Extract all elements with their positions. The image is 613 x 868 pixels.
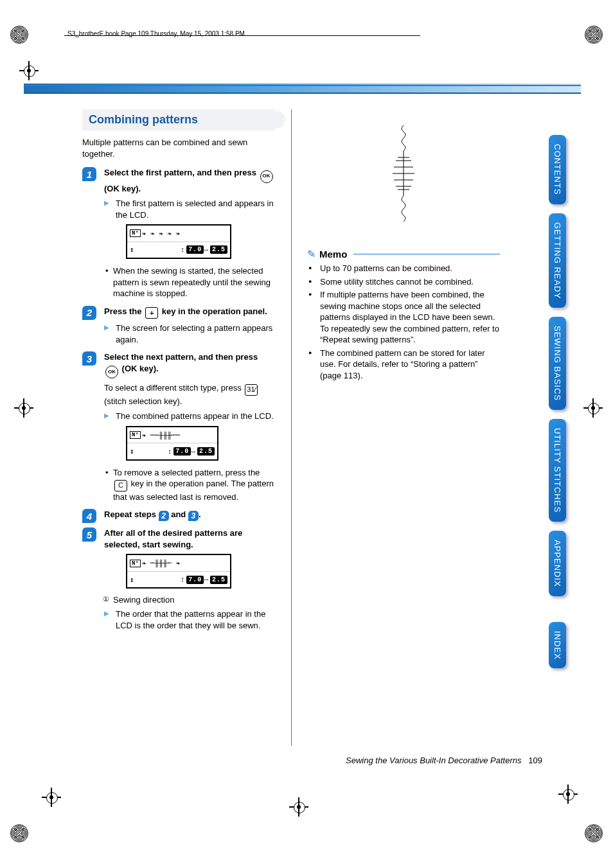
tab-getting-ready[interactable]: GETTING READY bbox=[549, 213, 566, 308]
step-1: 1 Select the first pattern, and then pre… bbox=[82, 167, 275, 299]
print-reg-top-left bbox=[10, 26, 28, 44]
cross-reg-right bbox=[583, 398, 603, 418]
lcd-badge: N° bbox=[130, 431, 141, 439]
intro-text: Multiple patterns can be combined and se… bbox=[82, 137, 275, 159]
tab-utility-stitches[interactable]: UTILITY STITCHES bbox=[549, 419, 566, 522]
step-1-head: Select the first pattern, and then press… bbox=[104, 167, 275, 194]
step-3-head-b: (OK key). bbox=[120, 364, 159, 373]
lcd-needle-icon: ⇕ bbox=[130, 576, 134, 584]
pattern-illustration bbox=[387, 122, 420, 226]
lcd-3: N° ❧ ┉╫╫╫┉ ❧ ⇕↕7.0 ↔2.5 bbox=[126, 554, 231, 589]
header-filestamp: S3_brotherE.book Page 109 Thursday, May … bbox=[67, 30, 245, 37]
memo-list: Up to 70 patterns can be combined. Some … bbox=[307, 263, 500, 381]
side-tabs: CONTENTS GETTING READY SEWING BASICS UTI… bbox=[549, 135, 574, 677]
tab-sewing-basics[interactable]: SEWING BASICS bbox=[549, 317, 566, 410]
lcd-val-2: 2.5 bbox=[210, 245, 227, 254]
memo-item: If multiple patterns have been combined,… bbox=[317, 289, 500, 346]
cross-reg-right-bottom bbox=[558, 784, 578, 804]
step-3-number: 3 bbox=[82, 351, 96, 366]
cross-reg-left-bottom bbox=[42, 788, 61, 807]
step-1-sub: The first pattern is selected and appear… bbox=[104, 198, 275, 220]
plus-key-icon: + bbox=[145, 307, 158, 319]
tab-contents[interactable]: CONTENTS bbox=[549, 135, 566, 204]
step-3-note-a: To select a different stitch type, press bbox=[104, 383, 244, 393]
step-2-head: Press the + key in the operation panel. bbox=[104, 306, 275, 319]
tab-appendix[interactable]: APPENDIX bbox=[549, 531, 566, 596]
step-2-sub: The screen for selecting a pattern appea… bbox=[104, 323, 275, 345]
step-3: 3 Select the next pattern, and then pres… bbox=[82, 351, 275, 502]
lcd-pattern-icons: ❧ ❧ ❧ ❧ ❧ bbox=[142, 229, 181, 238]
step-5-head: After all of the desired patterns are se… bbox=[104, 527, 275, 550]
cross-reg-left-mid bbox=[14, 398, 33, 418]
page-footer: Sewing the Various Built-In Decorative P… bbox=[0, 756, 542, 765]
step-4-number: 4 bbox=[82, 509, 96, 523]
lcd-pattern-icons: ❧ ┉╫╫╫┉ ❧ bbox=[142, 559, 181, 567]
step-3-head-a: Select the next pattern, and then press bbox=[104, 352, 258, 362]
memo-box: ✎ Memo Up to 70 patterns can be combined… bbox=[307, 245, 500, 381]
lcd-val-2: 2.5 bbox=[197, 447, 215, 456]
lcd-needle-icon: ⇕ bbox=[130, 447, 134, 456]
left-column: Combining patterns Multiple patterns can… bbox=[82, 109, 281, 740]
print-reg-bottom-right bbox=[585, 824, 603, 842]
column-divider bbox=[291, 109, 292, 746]
memo-title: Memo bbox=[319, 249, 347, 260]
step-3-note-b: (stitch selection key). bbox=[104, 396, 182, 406]
step-4: 4 Repeat steps 2 and 3. bbox=[82, 509, 275, 521]
print-reg-top-right bbox=[585, 26, 603, 44]
step-5: 5 After all of the desired patterns are … bbox=[82, 527, 275, 631]
lcd-val-1: 7.0 bbox=[186, 245, 204, 254]
lcd-val-1: 7.0 bbox=[173, 447, 191, 456]
lcd-needle-icon: ⇕ bbox=[130, 245, 134, 254]
content-area: Combining patterns Multiple patterns can… bbox=[82, 109, 500, 740]
step-ref-3: 3 bbox=[188, 511, 199, 521]
step-3-bullet-a: To remove a selected pattern, press the bbox=[113, 468, 260, 477]
section-title-box: Combining patterns bbox=[82, 109, 275, 130]
page-top-rule bbox=[24, 84, 581, 94]
lcd-badge: N° bbox=[130, 229, 141, 237]
step-ref-2: 2 bbox=[159, 511, 169, 521]
step-3-bullet: To remove a selected pattern, press the … bbox=[104, 467, 275, 503]
c-key-icon: C bbox=[114, 480, 127, 492]
tab-index[interactable]: INDEX bbox=[549, 622, 566, 669]
memo-item: Up to 70 patterns can be combined. bbox=[317, 263, 500, 274]
step-3-bullet-b: key in the operation panel. The pattern … bbox=[113, 479, 274, 501]
lcd-pattern-icons: ❧ ┉┉╫╫╫┉┉ bbox=[142, 431, 181, 439]
footer-page: 109 bbox=[528, 756, 542, 765]
step-3-sub: The combined patterns appear in the LCD. bbox=[104, 411, 275, 422]
pencil-icon: ✎ bbox=[307, 248, 315, 260]
step-2-number: 2 bbox=[82, 306, 96, 320]
stitch-key-icon: 31⁄ bbox=[245, 384, 258, 396]
step-5-sub: The order that the patterns appear in th… bbox=[104, 608, 275, 631]
step-5-caption: Sewing direction bbox=[104, 595, 275, 605]
footer-title: Sewing the Various Built-In Decorative P… bbox=[346, 756, 521, 765]
step-1-head-b: (OK key). bbox=[104, 184, 141, 193]
lcd-val-1: 7.0 bbox=[186, 576, 204, 584]
step-4-head-a: Repeat steps bbox=[104, 509, 159, 519]
ok-key-icon: OK bbox=[105, 366, 118, 378]
step-2-head-a: Press the bbox=[104, 306, 144, 316]
section-title: Combining patterns bbox=[89, 113, 269, 127]
cross-reg-center-bottom bbox=[289, 797, 308, 817]
memo-item: The combined pattern can be stored for l… bbox=[317, 348, 500, 382]
lcd-1: N° ❧ ❧ ❧ ❧ ❧ ⇕↕7.0 ↔2.5 bbox=[126, 224, 231, 259]
step-1-head-a: Select the first pattern, and then press bbox=[104, 168, 259, 177]
lcd-val-2: 2.5 bbox=[210, 576, 227, 584]
step-3-note: To select a different stitch type, press… bbox=[104, 382, 275, 407]
step-2-head-b: key in the operation panel. bbox=[159, 306, 267, 316]
step-4-head-b: and bbox=[169, 509, 188, 519]
step-2: 2 Press the + key in the operation panel… bbox=[82, 306, 275, 346]
step-1-number: 1 bbox=[82, 167, 96, 181]
step-4-head: Repeat steps 2 and 3. bbox=[104, 509, 275, 521]
print-reg-bottom-left bbox=[10, 824, 28, 842]
lcd-2: N° ❧ ┉┉╫╫╫┉┉ ⇕↕7.0 ↔2.5 bbox=[126, 426, 218, 461]
right-column: ✎ Memo Up to 70 patterns can be combined… bbox=[301, 109, 500, 740]
ok-key-icon: OK bbox=[260, 170, 273, 183]
cross-reg-left bbox=[19, 61, 39, 80]
lcd-badge: N° bbox=[130, 560, 141, 567]
step-3-head: Select the next pattern, and then press … bbox=[104, 351, 275, 378]
step-5-number: 5 bbox=[82, 527, 96, 542]
step-4-head-c: . bbox=[199, 509, 201, 519]
memo-item: Some utility stitches cannot be combined… bbox=[317, 276, 500, 288]
step-1-bullet: When the sewing is started, the selected… bbox=[104, 265, 275, 299]
